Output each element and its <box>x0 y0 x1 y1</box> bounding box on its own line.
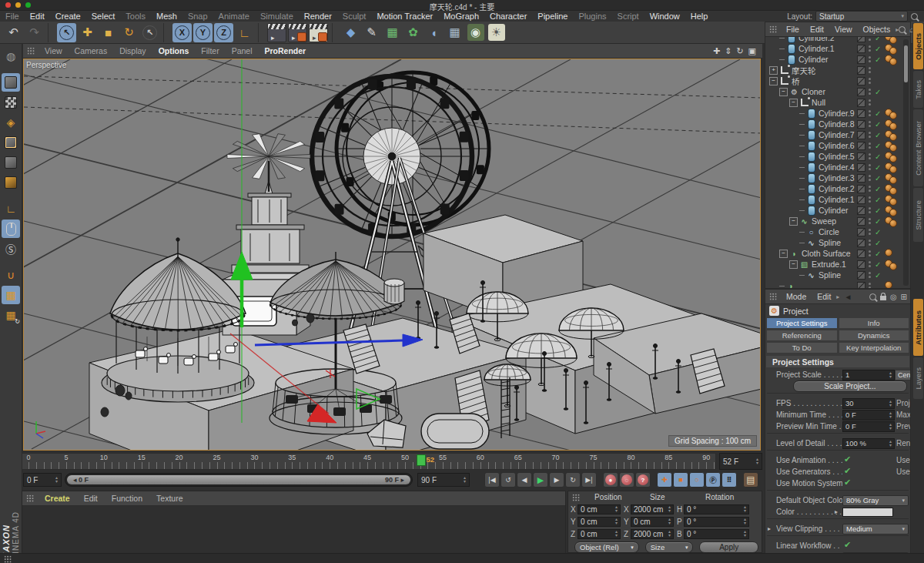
enabled-check-icon[interactable]: ✓ <box>875 37 881 42</box>
search-icon[interactable] <box>869 293 876 300</box>
tree-row-cylinder-7[interactable]: Cylinder.7✓ <box>766 129 905 140</box>
attr-value-field[interactable]: 0 F▴▾ <box>842 421 895 432</box>
viewport-menu-filter[interactable]: Filter <box>195 46 225 55</box>
attribute-menu-edit[interactable]: Edit <box>812 292 836 301</box>
layer-state-icon[interactable] <box>857 185 865 193</box>
attribute-tab-to-do[interactable]: To Do <box>766 342 838 354</box>
tree-row-null[interactable]: −Null <box>766 97 905 108</box>
object-tree-scrollbar[interactable] <box>903 39 909 286</box>
render-region-button[interactable] <box>288 23 307 42</box>
checkbox-checked-icon[interactable]: ✔ <box>844 454 851 464</box>
expand-toggle-icon[interactable]: − <box>789 99 798 107</box>
add-spline-button[interactable]: ✎ <box>362 23 381 42</box>
workplane-mode-button[interactable]: ◈ <box>2 113 20 132</box>
key-scale-button[interactable]: ■ <box>673 472 688 488</box>
keyframe-selection-button[interactable]: ? <box>635 472 651 488</box>
texture-mode-button[interactable] <box>2 93 20 112</box>
attr-value-field[interactable]: 100 %▴▾ <box>842 438 895 449</box>
go-to-end-button[interactable]: ▶| <box>581 472 597 488</box>
workplane-lock-button[interactable]: ▦ <box>2 286 20 304</box>
visibility-dots-icon[interactable] <box>869 229 871 235</box>
enabled-check-icon[interactable]: ✓ <box>875 174 881 183</box>
layer-state-icon[interactable] <box>857 217 865 226</box>
menu-render[interactable]: Render <box>299 12 337 21</box>
viewport-solo-button[interactable] <box>2 220 20 238</box>
drag-handle-icon[interactable] <box>27 47 35 55</box>
tree-row-cylinder[interactable]: Cylinder✓ <box>766 205 905 216</box>
layer-state-icon[interactable] <box>857 163 865 172</box>
visibility-dots-icon[interactable] <box>869 78 871 84</box>
layer-state-icon[interactable] <box>857 174 865 183</box>
enabled-check-icon[interactable]: ✓ <box>875 142 881 150</box>
layer-state-icon[interactable] <box>857 142 865 150</box>
visibility-dots-icon[interactable] <box>869 250 871 256</box>
autokeying-button[interactable]: ◌ <box>619 472 634 488</box>
attribute-tab-info[interactable]: Info <box>839 317 910 329</box>
expand-toggle-icon[interactable]: − <box>789 217 798 226</box>
side-tab-objects[interactable]: Objects <box>913 23 923 69</box>
visibility-dots-icon[interactable] <box>869 56 871 62</box>
coord-field-position-x[interactable]: 0 cm▴▾ <box>578 504 621 514</box>
menu-more-icon[interactable]: ▸ <box>836 293 839 300</box>
tree-row-cylinder-5[interactable]: Cylinder.5✓ <box>766 151 905 162</box>
coord-field-rotation-b[interactable]: 0 °▴▾ <box>684 529 749 539</box>
coord-field-size-y[interactable]: 0 cm▴▾ <box>631 517 674 527</box>
track-icon[interactable]: ◎ <box>890 293 897 301</box>
material-menu-texture[interactable]: Texture <box>149 494 189 503</box>
visibility-dots-icon[interactable] <box>869 207 871 213</box>
tree-row-cylinder-2[interactable]: Cylinder.2✓ <box>766 183 905 194</box>
material-tag-icon[interactable] <box>885 130 899 139</box>
attr-value-field[interactable]: 30▴▾ <box>842 398 895 409</box>
visibility-dots-icon[interactable] <box>869 164 871 170</box>
material-tag-icon[interactable] <box>885 141 899 150</box>
menu-plugins[interactable]: Plugins <box>573 12 611 21</box>
start-frame-field[interactable]: 0 F▴▾ <box>23 473 62 487</box>
enabled-check-icon[interactable]: ✓ <box>875 120 881 129</box>
unit-dropdown[interactable]: Centim <box>895 370 911 380</box>
material-tag-icon[interactable] <box>885 152 899 161</box>
enabled-check-icon[interactable]: ✓ <box>875 45 881 53</box>
layer-state-icon[interactable] <box>857 55 865 64</box>
add-environment-button[interactable]: ▦ <box>445 23 464 42</box>
coord-field-position-y[interactable]: 0 cm▴▾ <box>578 517 621 527</box>
layer-state-icon[interactable] <box>857 250 865 258</box>
layer-state-icon[interactable] <box>857 152 865 161</box>
add-mograph-button[interactable]: ✿ <box>403 23 423 42</box>
menu-window[interactable]: Window <box>644 12 685 21</box>
menu-pipeline[interactable]: Pipeline <box>532 12 573 21</box>
material-tag-icon[interactable] <box>885 260 899 269</box>
motion-clip-button[interactable]: ▤ <box>743 472 758 488</box>
layer-state-icon[interactable] <box>857 196 865 204</box>
attr-dropdown[interactable]: 80% Gray▾ <box>842 495 909 506</box>
go-to-previous-key-button[interactable]: ↺ <box>500 472 516 488</box>
expand-toggle-icon[interactable]: − <box>789 260 798 269</box>
material-tag-icon[interactable] <box>885 206 899 215</box>
drag-handle-icon[interactable] <box>26 494 34 502</box>
play-button[interactable]: ▶ <box>533 472 548 488</box>
material-tag-icon[interactable] <box>885 173 899 183</box>
go-to-previous-frame-button[interactable]: ◀ <box>517 472 532 488</box>
side-tab-structure[interactable]: Structure <box>913 188 923 242</box>
coord-field-size-z[interactable]: 2000 cm▴▾ <box>631 529 674 539</box>
scale-project--button[interactable]: Scale Project... <box>793 380 907 392</box>
material-menu-edit[interactable]: Edit <box>77 494 105 503</box>
visibility-dots-icon[interactable] <box>869 110 871 116</box>
tree-row-cloth-surface[interactable]: −◗Cloth Surface✓ <box>766 248 905 259</box>
tree-row-spline[interactable]: ∿Spline✓ <box>766 270 905 280</box>
layer-state-icon[interactable] <box>857 282 865 289</box>
enabled-check-icon[interactable]: ✓ <box>875 88 881 96</box>
pan-view-icon[interactable]: ✚ <box>713 46 720 56</box>
material-tag-icon[interactable] <box>885 163 899 172</box>
menu-character[interactable]: Character <box>484 12 532 21</box>
go-to-next-frame-button[interactable]: ▶ <box>549 472 564 488</box>
render-view-button[interactable] <box>267 23 286 42</box>
menu-file[interactable]: File <box>0 12 25 21</box>
model-mode-button[interactable] <box>2 73 20 92</box>
key-parameter-button[interactable]: Ⓟ <box>705 472 721 488</box>
tree-row--[interactable]: −桥 <box>766 75 905 86</box>
scale-tool-button[interactable]: ■ <box>99 23 118 42</box>
visibility-dots-icon[interactable] <box>869 153 871 159</box>
timeline-playhead[interactable] <box>417 454 426 466</box>
menu-script[interactable]: Script <box>612 12 644 21</box>
add-camera-button[interactable]: ◉ <box>466 23 485 42</box>
